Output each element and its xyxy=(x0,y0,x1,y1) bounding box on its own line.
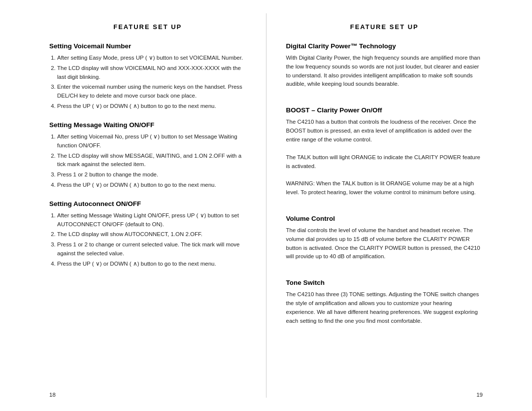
boost-para-1: The C4210 has a button that controls the… xyxy=(286,118,483,144)
list-item: The LCD display will show VOICEMAIL NO a… xyxy=(57,64,246,82)
right-page-header: FEATURE SET UP xyxy=(286,23,483,31)
list-item: Press the UP ( ∨) or DOWN ( ∧) button to… xyxy=(57,260,246,269)
section-voicemail-number: Setting Voicemail Number After setting E… xyxy=(49,42,246,112)
section-volume-control: Volume Control The dial controls the lev… xyxy=(286,215,483,270)
list-item: After setting Voicemail No, press UP ( ∨… xyxy=(57,133,246,150)
digital-clarity-title: Digital Clarity Power™ Technology xyxy=(286,42,483,50)
boost-para-3: WARNING: When the TALK button is lit ORA… xyxy=(286,179,483,197)
section-tone-switch: Tone Switch The C4210 has three (3) TONE… xyxy=(286,279,483,334)
digital-clarity-body: With Digital Clarity Power, the high fre… xyxy=(286,54,483,89)
volume-control-body: The dial controls the level of volume th… xyxy=(286,226,483,261)
boost-title: BOOST – Clarity Power On/Off xyxy=(286,106,483,114)
message-waiting-title: Setting Message Waiting ON/OFF xyxy=(49,121,246,129)
list-item: After setting Message Waiting Light ON/O… xyxy=(57,211,246,229)
autoconnect-title: Setting Autoconnect ON/OFF xyxy=(49,200,246,207)
left-page-number: 18 xyxy=(49,392,56,398)
boost-para-2: The TALK button will light ORANGE to ind… xyxy=(286,153,483,171)
volume-control-title: Volume Control xyxy=(286,215,483,222)
list-item: Enter the voicemail number using the num… xyxy=(57,83,246,101)
list-item: Press the UP ( ∨) or DOWN ( ∧) button to… xyxy=(57,102,246,111)
right-page-number: 19 xyxy=(476,392,483,398)
list-item: After setting Easy Mode, press UP ( ∨) b… xyxy=(57,54,246,63)
list-item: Press the UP ( ∨) or DOWN ( ∧) button to… xyxy=(57,181,246,190)
section-autoconnect: Setting Autoconnect ON/OFF After setting… xyxy=(49,200,246,270)
page-container: FEATURE SET UP Setting Voicemail Number … xyxy=(30,13,502,398)
section-message-waiting: Setting Message Waiting ON/OFF After set… xyxy=(49,121,246,191)
voicemail-title: Setting Voicemail Number xyxy=(49,42,246,50)
autoconnect-list: After setting Message Waiting Light ON/O… xyxy=(49,211,246,269)
left-page-header: FEATURE SET UP xyxy=(49,23,246,31)
tone-switch-title: Tone Switch xyxy=(286,279,483,286)
list-item: The LCD display will show AUTOCONNECT, 1… xyxy=(57,230,246,239)
voicemail-list: After setting Easy Mode, press UP ( ∨) b… xyxy=(49,54,246,111)
tone-switch-body: The C4210 has three (3) TONE settings. A… xyxy=(286,290,483,325)
section-boost: BOOST – Clarity Power On/Off The C4210 h… xyxy=(286,106,483,206)
left-page: FEATURE SET UP Setting Voicemail Number … xyxy=(30,13,266,398)
list-item: The LCD display will show MESSAGE, WAITI… xyxy=(57,152,246,170)
list-item: Press 1 or 2 button to change the mode. xyxy=(57,171,246,179)
message-waiting-list: After setting Voicemail No, press UP ( ∨… xyxy=(49,133,246,190)
section-digital-clarity: Digital Clarity Power™ Technology With D… xyxy=(286,42,483,98)
list-item: Press 1 or 2 to change or current select… xyxy=(57,240,246,258)
right-page: FEATURE SET UP Digital Clarity Power™ Te… xyxy=(266,13,503,398)
